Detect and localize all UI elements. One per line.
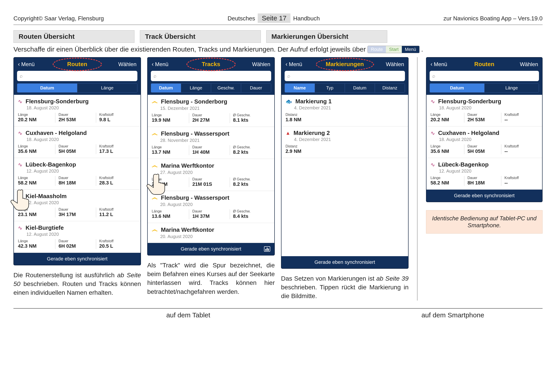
header-center: Deutsches Seite 17 Handbuch (227, 14, 320, 23)
item-date: 28. November 2021 (160, 138, 270, 143)
track-icon: ෴ (152, 162, 158, 169)
col-tracks: ‹Menü Tracks Wählen ⌕ Datum Länge Geschw… (147, 57, 275, 296)
back-label: Menü (289, 61, 302, 68)
search-input[interactable]: ⌕ (17, 71, 137, 81)
inline-btn-menu[interactable]: Menü (402, 46, 419, 53)
sort-geschw[interactable]: Geschw. (211, 84, 241, 92)
stat-value: 35.6 NM (431, 148, 464, 154)
item-name: Flensburg - Wassersport (161, 130, 229, 137)
routes-caption: Die Routenerstellung ist ausführlich ab … (14, 271, 141, 297)
stat-value: 9.8 L (99, 117, 137, 123)
sortbar-tracks: Datum Länge Geschw. Dauer (151, 83, 271, 92)
header-center-left: Deutsches (227, 15, 255, 22)
sort-datum[interactable]: Datum (345, 84, 375, 92)
sort-dauer[interactable]: Dauer (241, 84, 271, 92)
bottom-label-tablet: auf dem Tablet (14, 309, 363, 319)
list-item[interactable]: ෴Flensburg - Wassersport 20. August 2020… (148, 191, 274, 223)
marks-caption-em: ab Seite 39 (376, 275, 409, 282)
back-button[interactable]: ‹Menü (286, 61, 302, 68)
bottom-rule: auf dem Tablet auf dem Smartphone (14, 308, 542, 319)
phone-title-smartphone: Routen (474, 61, 494, 68)
item-date: 27. August 2020 (160, 170, 270, 175)
stat-value: 20.2 NM (18, 117, 55, 123)
route-icon: ∿ (431, 130, 435, 136)
sort-laenge[interactable]: Länge (77, 84, 137, 92)
stat-value: -- (504, 117, 538, 123)
item-name: Marina Werftkontor (161, 226, 214, 233)
stat-label: Kraftstoff (99, 239, 137, 243)
list-item[interactable]: ∿Cuxhaven - Helgoland 18. August 2020 Lä… (426, 126, 542, 158)
list-item[interactable]: ෴Flensburg - Sonderborg 15. Dezember 202… (148, 95, 274, 127)
item-name: Kiel-Burgtiefe (25, 224, 64, 231)
list-item[interactable]: ෴Flensburg - Wassersport 28. November 20… (148, 127, 274, 159)
list-item[interactable]: ∿Kiel-Maasholm 12. August 2020 Länge23.1… (14, 190, 140, 221)
sort-laenge[interactable]: Länge (484, 84, 539, 92)
back-label: Menü (21, 61, 35, 68)
item-date: 20. August 2020 (160, 202, 270, 207)
list-item[interactable]: 🐟Markierung 1 4. Dezember 2021 Distanz1.… (281, 95, 408, 126)
stat-label: Kraftstoff (99, 113, 137, 117)
list-item[interactable]: ∿Cuxhaven - Helgoland 18. August 2020 Lä… (14, 126, 140, 158)
sortbar-marks: Name Typ Datum Distanz (285, 83, 405, 92)
sort-distanz[interactable]: Distanz (375, 84, 405, 92)
list-item[interactable]: ∿Kiel-Burgtiefe 12. August 2020 Länge42.… (14, 221, 140, 253)
phone-title-marks: Markierungen (326, 61, 364, 68)
stat-label: Länge (431, 176, 464, 180)
item-name: Marina Werftkontor (161, 162, 214, 169)
route-icon: ∿ (18, 225, 23, 231)
stat-value: -- (504, 180, 538, 186)
stats-icon[interactable] (264, 246, 270, 252)
phone-tracks-top: ‹Menü Tracks Wählen (148, 58, 274, 71)
search-input[interactable]: ⌕ (285, 71, 405, 81)
list-item[interactable]: ∿Flensburg-Sonderburg 18. August 2020 Lä… (426, 95, 542, 126)
stat-value: 2H 53M (59, 117, 96, 123)
chevron-left-icon: ‹ (431, 61, 432, 68)
list-item[interactable]: ෴Marina Werftkontor 20. August 2020 (148, 223, 274, 243)
sync-footer: Gerade eben synchronisiert (281, 256, 408, 268)
tracks-caption: Als "Track" wird die Spur bezeichnet, di… (147, 261, 275, 296)
select-button[interactable]: Wählen (386, 61, 404, 68)
list-item[interactable]: ∿Flensburg-Sonderburg 18. August 2020 Lä… (14, 95, 140, 126)
routes-list: ∿Flensburg-Sonderburg 18. August 2020 Lä… (14, 95, 140, 253)
back-button[interactable]: ‹Menü (152, 61, 169, 68)
select-button[interactable]: Wählen (118, 61, 137, 68)
sync-footer: Gerade eben synchronisiert (426, 190, 542, 202)
col-routes: ‹Menü Routen Wählen ⌕ Datum Länge ∿Flens… (14, 57, 141, 297)
item-name: Flensburg - Wassersport (161, 194, 229, 201)
sort-datum[interactable]: Datum (430, 84, 484, 92)
item-date: 20. August 2020 (160, 234, 270, 239)
search-input[interactable]: ⌕ (151, 71, 271, 81)
inline-btn-start[interactable]: Start (386, 46, 402, 53)
sort-datum[interactable]: Datum (151, 84, 181, 92)
sort-laenge[interactable]: Länge (181, 84, 211, 92)
phone-marks: ‹Menü Markierungen Wählen ⌕ Name Typ Dat… (281, 57, 409, 269)
search-input[interactable]: ⌕ (430, 71, 539, 81)
back-button[interactable]: ‹Menü (18, 61, 35, 68)
sort-typ[interactable]: Typ (315, 84, 345, 92)
stat-value: 11.2 L (99, 212, 137, 217)
note-box: Identische Bedienung auf Tablet-PC und S… (426, 210, 542, 234)
item-name: Flensburg - Sonderborg (161, 98, 227, 105)
list-item[interactable]: ෴Marina Werftkontor 27. August 2020 Läng… (148, 159, 274, 191)
list-item[interactable]: ∿Lübeck-Bagenkop 12. August 2020 Länge58… (426, 158, 542, 190)
stat-value: 8H 18M (467, 180, 501, 186)
list-item[interactable]: ▲Markierung 2 4. Dezember 2021 Distanz2.… (281, 126, 408, 158)
item-date: 15. Dezember 2021 (160, 106, 270, 111)
intro-text: Verschaffe dir einen Überblick über die … (14, 46, 366, 53)
section-tabs-row: Routen Übersicht Track Übersicht Markier… (14, 30, 542, 43)
inline-button-group: Route Start Menü (368, 46, 419, 53)
item-name: Lübeck-Bagenkop (25, 161, 76, 168)
sync-text: Gerade eben synchronisiert (181, 246, 241, 252)
item-name: Lübeck-Bagenkop (438, 161, 488, 168)
route-icon: ∿ (18, 161, 23, 168)
inline-btn-route[interactable]: Route (368, 46, 386, 53)
list-item[interactable]: ∿Lübeck-Bagenkop 12. August 2020 Länge58… (14, 158, 140, 190)
sort-datum[interactable]: Datum (17, 84, 77, 92)
stat-value: 5H 05M (467, 148, 501, 154)
sort-name[interactable]: Name (285, 84, 315, 92)
select-button[interactable]: Wählen (252, 61, 270, 68)
marks-caption-b: beschrieben. Tippen rückt die Markierung… (281, 284, 409, 300)
back-button[interactable]: ‹Menü (431, 61, 447, 68)
item-name: Kiel-Maasholm (25, 193, 67, 200)
select-button[interactable]: Wählen (520, 61, 538, 68)
